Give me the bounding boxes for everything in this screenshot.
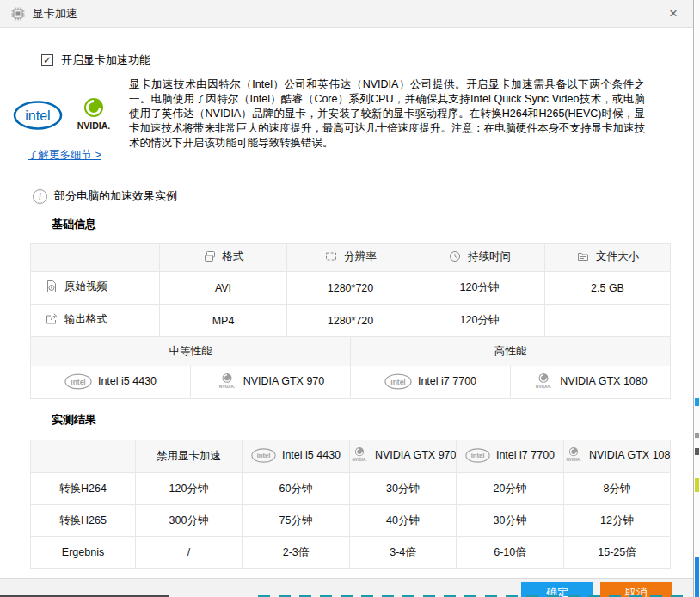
nvidia-logo-small: NVIDIA. xyxy=(217,372,237,391)
cell-ergebnis-gtx970: 3-4倍 xyxy=(350,537,457,569)
svg-text:NVIDIA.: NVIDIA. xyxy=(352,458,366,462)
results-header-i5-4430: intel Intel i5 4430 xyxy=(243,440,350,473)
hw-nvidia-gtx-970: NVIDIA. NVIDIA GTX 970 xyxy=(191,366,351,399)
enable-acceleration-checkbox[interactable] xyxy=(41,54,53,66)
background-window-edge xyxy=(695,0,700,597)
results-header-i7-7700: intel Intel i7 7700 xyxy=(457,440,564,473)
row-label-output-format: 输出格式 xyxy=(31,305,160,337)
svg-text:intel: intel xyxy=(25,108,50,123)
info-icon: i xyxy=(33,189,47,204)
filesize-icon xyxy=(576,249,590,263)
cell-source-filesize: 2.5 GB xyxy=(545,272,671,305)
row-label-h265: 转换H265 xyxy=(31,505,136,537)
group-high-performance: 高性能 xyxy=(351,337,671,366)
table-row: 输出格式 MP4 1280*720 120分钟 xyxy=(31,305,671,337)
cell-h264-gtx970: 30分钟 xyxy=(350,473,457,505)
table-corner-cell xyxy=(31,244,160,272)
row-label-h264: 转换H264 xyxy=(31,473,136,505)
intel-logo-small: intel xyxy=(64,373,92,390)
example-heading: 部分电脑的加速效果实例 xyxy=(54,188,177,204)
cell-output-resolution: 1280*720 xyxy=(287,305,414,337)
cell-ergebnis-i7: 6-10倍 xyxy=(457,537,564,569)
svg-text:intel: intel xyxy=(471,452,485,459)
cell-h265-i7: 30分钟 xyxy=(457,505,564,537)
hw-nvidia-gtx-1080: NVIDIA. NVIDIA GTX 1080 xyxy=(511,366,671,399)
example-heading-row: i 部分电脑的加速效果实例 xyxy=(33,188,693,204)
results-title: 实测结果 xyxy=(52,412,693,428)
intro-block: intel NVIDIA. 了解更多细节 > 显卡加速技术由因特尔（Intel）… xyxy=(0,77,693,163)
cell-ergebnis-gtx1080: 15-25倍 xyxy=(564,537,671,569)
row-label-ergebnis: Ergebnis xyxy=(31,537,136,569)
source-video-icon xyxy=(45,280,58,293)
resolution-icon xyxy=(324,249,338,263)
cell-h264-disabled: 120分钟 xyxy=(136,473,243,505)
table-row: intel Intel i5 4430 NVIDIA. NVIDIA GTX 9… xyxy=(31,366,671,399)
header-resolution: 分辨率 xyxy=(287,244,414,272)
enable-acceleration-row: 开启显卡加速功能 xyxy=(41,52,693,68)
hw-intel-i7-7700: intel Intel i7 7700 xyxy=(351,366,511,399)
group-medium-performance: 中等性能 xyxy=(31,337,351,366)
enable-acceleration-label: 开启显卡加速功能 xyxy=(61,52,150,68)
svg-text:intel: intel xyxy=(390,377,405,385)
table-row: 原始视频 AVI 1280*720 120分钟 2.5 GB xyxy=(31,272,671,305)
vendor-logos: intel NVIDIA. 了解更多细节 > xyxy=(0,77,129,163)
chip-icon xyxy=(10,6,26,22)
intel-logo: intel xyxy=(13,98,63,132)
cell-output-format: MP4 xyxy=(160,305,287,337)
cell-h265-i5: 75分钟 xyxy=(243,505,350,537)
svg-text:NVIDIA.: NVIDIA. xyxy=(566,458,580,462)
learn-more-link[interactable]: 了解更多细节 > xyxy=(28,148,101,163)
svg-text:intel: intel xyxy=(257,452,271,459)
cell-h265-disabled: 300分钟 xyxy=(136,505,243,537)
cell-h264-i7: 20分钟 xyxy=(457,473,564,505)
results-corner-cell xyxy=(31,440,136,473)
results-header-gtx-1080: NVIDIA. NVIDIA GTX 1080 xyxy=(564,440,671,473)
cell-output-duration: 120分钟 xyxy=(414,305,545,337)
table-row: 转换H264 120分钟 60分钟 30分钟 20分钟 8分钟 xyxy=(31,473,671,505)
hw-intel-i5-4430: intel Intel i5 4430 xyxy=(31,366,191,399)
cell-source-format: AVI xyxy=(160,272,287,305)
nvidia-logo-small: NVIDIA. xyxy=(350,446,369,464)
cell-source-duration: 120分钟 xyxy=(414,272,545,305)
title-bar: 显卡加速 × xyxy=(0,0,693,28)
intel-logo-small: intel xyxy=(465,448,490,463)
close-icon[interactable]: × xyxy=(664,4,683,22)
svg-text:NVIDIA.: NVIDIA. xyxy=(77,120,111,131)
header-format: 格式 xyxy=(160,244,287,272)
nvidia-logo: NVIDIA. xyxy=(71,96,116,134)
gpu-acceleration-dialog: 显卡加速 × 开启显卡加速功能 intel NVIDIA. 了解更多细节 > xyxy=(0,0,694,597)
performance-table: 中等性能 高性能 intel Intel i5 4430 NVIDIA. NVI… xyxy=(30,336,671,399)
intel-logo-small: intel xyxy=(251,448,276,463)
format-icon xyxy=(203,249,217,263)
nvidia-logo-small: NVIDIA. xyxy=(564,446,583,464)
header-duration: 持续时间 xyxy=(414,244,545,272)
row-label-source-video: 原始视频 xyxy=(31,272,160,305)
cell-source-resolution: 1280*720 xyxy=(287,272,414,305)
cell-ergebnis-i5: 2-3倍 xyxy=(243,537,350,569)
window-title: 显卡加速 xyxy=(33,6,77,22)
section-divider xyxy=(0,175,693,175)
cell-h264-gtx1080: 8分钟 xyxy=(564,473,671,505)
duration-icon xyxy=(448,249,462,263)
table-row: Ergebnis / 2-3倍 3-4倍 6-10倍 15-25倍 xyxy=(31,537,671,569)
basic-info-table: 格式 分辨率 持续时间 文件大小 原始视频 AVI 1280*720 120分钟… xyxy=(30,243,671,337)
cell-output-filesize xyxy=(545,305,671,337)
intel-logo-small: intel xyxy=(384,373,412,390)
cell-h265-gtx970: 40分钟 xyxy=(350,505,457,537)
cell-h264-i5: 60分钟 xyxy=(243,473,350,505)
acceleration-description: 显卡加速技术由因特尔（Intel）公司和英伟达（NVIDIA）公司提供。开启显卡… xyxy=(129,77,645,163)
cell-ergebnis-disabled: / xyxy=(136,537,243,569)
nvidia-logo-small: NVIDIA. xyxy=(533,372,554,391)
svg-text:NVIDIA.: NVIDIA. xyxy=(219,384,236,389)
output-format-icon xyxy=(45,312,58,326)
results-header-gtx-970: NVIDIA. NVIDIA GTX 970 xyxy=(350,440,457,473)
header-filesize: 文件大小 xyxy=(545,244,671,272)
svg-text:intel: intel xyxy=(71,377,85,385)
svg-text:NVIDIA.: NVIDIA. xyxy=(536,384,552,389)
basic-info-title: 基础信息 xyxy=(52,217,693,232)
table-row: 转换H265 300分钟 75分钟 40分钟 30分钟 12分钟 xyxy=(31,505,671,537)
cell-h265-gtx1080: 12分钟 xyxy=(564,505,671,537)
dialog-footer: 确定 取消 xyxy=(0,578,694,597)
results-header-disabled: 禁用显卡加速 xyxy=(136,440,243,473)
results-table: 禁用显卡加速 intel Intel i5 4430 NVIDIA. NVIDI… xyxy=(30,440,671,569)
